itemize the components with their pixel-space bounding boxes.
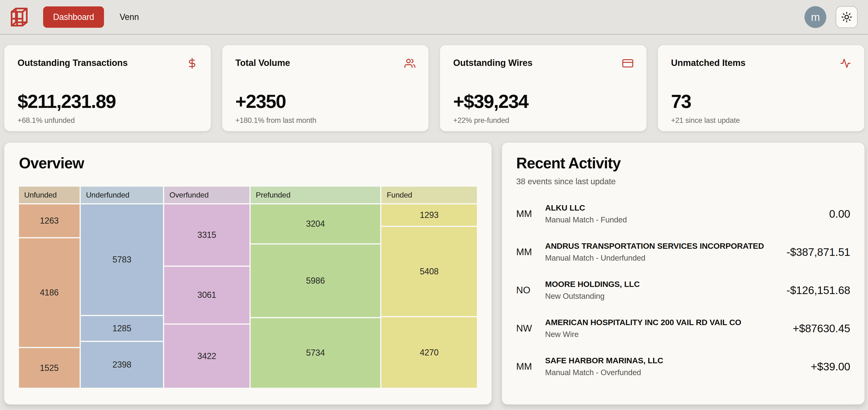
stat-card-value: $211,231.89 <box>18 91 197 112</box>
treemap-column-body: 1263 4186 1525 <box>19 204 80 388</box>
treemap-block: 5734 <box>251 318 380 388</box>
activity-description: Manual Match - Funded <box>545 215 824 224</box>
activity-code: MM <box>516 208 545 219</box>
treemap-block: 1263 <box>19 204 80 237</box>
recent-activity-title: Recent Activity <box>516 154 850 172</box>
treemap-block: 1525 <box>19 348 80 388</box>
recent-activity-panel: Recent Activity 38 events since last upd… <box>501 142 865 405</box>
stat-card-subtext: +22% pre-funded <box>453 116 633 125</box>
activity-amount: +$87630.45 <box>787 322 850 335</box>
activity-name: AMERICAN HOSPITALITY INC 200 VAIL RD VAI… <box>545 318 787 327</box>
top-bar: Dashboard Venn m <box>0 0 868 35</box>
activity-row[interactable]: NO MOORE HOLDINGS, LLC New Outstanding -… <box>516 280 850 301</box>
treemap-column: Overfunded 3315 3061 3422 <box>164 186 249 388</box>
overview-title: Overview <box>19 154 477 172</box>
recent-activity-subtitle: 38 events since last update <box>516 177 850 186</box>
treemap-block: 5408 <box>381 227 477 316</box>
sun-icon <box>841 11 852 23</box>
activity-name: ALKU LLC <box>545 203 824 212</box>
recent-activity-list: MM ALKU LLC Manual Match - Funded 0.00 M… <box>516 203 850 377</box>
activity-description: New Outstanding <box>545 292 781 301</box>
stat-card: Unmatched Items 73 +21 since last update <box>657 45 865 131</box>
stat-card-value: +2350 <box>236 91 415 112</box>
activity-amount: 0.00 <box>824 207 850 220</box>
activity-code: MM <box>516 246 545 257</box>
theme-toggle-button[interactable] <box>836 6 858 28</box>
activity-amount: -$387,871.51 <box>781 246 850 259</box>
treemap-column-body: 3315 3061 3422 <box>164 204 249 388</box>
overview-panel: Overview Unfunded 1263 4186 1525 Underfu… <box>4 142 492 405</box>
activity-name: ANDRUS TRANSPORTATION SERVICES INCORPORA… <box>545 241 781 251</box>
treemap-block: 4270 <box>381 317 477 388</box>
stat-card-title: Outstanding Wires <box>453 58 532 68</box>
treemap-column-header: Funded <box>381 186 477 203</box>
stat-card-value: 73 <box>671 91 851 112</box>
stat-card-title: Total Volume <box>236 58 290 68</box>
user-avatar[interactable]: m <box>805 6 826 28</box>
treemap-column: Unfunded 1263 4186 1525 <box>19 186 80 388</box>
activity-row[interactable]: NW AMERICAN HOSPITALITY INC 200 VAIL RD … <box>516 318 850 339</box>
stat-card-title: Outstanding Transactions <box>18 58 128 68</box>
treemap-block: 5986 <box>251 244 380 317</box>
activity-row[interactable]: MM SAFE HARBOR MARINAS, LLC Manual Match… <box>516 356 850 377</box>
treemap-column: Underfunded 5783 1285 2398 <box>81 186 163 388</box>
activity-amount: +$39.00 <box>805 360 850 373</box>
stat-card: Outstanding Transactions $211,231.89 +68… <box>4 45 211 131</box>
stat-card-subtext: +21 since last update <box>671 116 851 125</box>
activity-code: NO <box>516 285 545 295</box>
treemap-block: 2398 <box>81 342 163 388</box>
stat-card-title: Unmatched Items <box>671 58 746 68</box>
stat-card: Total Volume +2350 +180.1% from last mon… <box>222 45 429 131</box>
stat-cards-row: Outstanding Transactions $211,231.89 +68… <box>0 35 868 131</box>
treemap-column: Prefunded 3204 5986 5734 <box>251 186 380 388</box>
treemap-column: Funded 1293 5408 4270 <box>381 186 477 388</box>
activity-description: Manual Match - Overfunded <box>545 368 805 377</box>
treemap-column-body: 3204 5986 5734 <box>251 204 380 388</box>
activity-code: NW <box>516 323 545 334</box>
treemap-block: 4186 <box>19 238 80 347</box>
treemap-block: 1293 <box>381 204 477 226</box>
treemap-column-body: 1293 5408 4270 <box>381 204 477 388</box>
activity-amount: -$126,151.68 <box>781 284 850 297</box>
activity-row[interactable]: MM ANDRUS TRANSPORTATION SERVICES INCORP… <box>516 241 850 263</box>
activity-icon <box>840 58 851 69</box>
activity-description: New Wire <box>545 330 787 339</box>
treemap-block: 3204 <box>251 204 380 243</box>
stat-card-value: +$39,234 <box>453 91 633 112</box>
treemap-block: 1285 <box>81 316 163 341</box>
treemap-column-header: Overfunded <box>164 186 249 203</box>
funding-treemap-chart: Unfunded 1263 4186 1525 Underfunded 5783… <box>19 186 477 388</box>
treemap-column-header: Unfunded <box>19 186 80 203</box>
nav-venn-link[interactable]: Venn <box>120 12 139 22</box>
treemap-block: 3315 <box>164 204 249 266</box>
activity-name: MOORE HOLDINGS, LLC <box>545 280 781 289</box>
credit-card-icon <box>622 58 633 69</box>
treemap-column-body: 5783 1285 2398 <box>81 204 163 388</box>
treemap-column-header: Underfunded <box>81 186 163 203</box>
treemap-block: 3422 <box>164 325 249 388</box>
activity-name: SAFE HARBOR MARINAS, LLC <box>545 356 805 365</box>
treemap-block: 3061 <box>164 267 249 323</box>
activity-row[interactable]: MM ALKU LLC Manual Match - Funded 0.00 <box>516 203 850 224</box>
activity-description: Manual Match - Underfunded <box>545 254 781 263</box>
dollar-sign-icon <box>187 58 197 69</box>
users-icon <box>404 58 415 69</box>
treemap-column-header: Prefunded <box>251 186 380 203</box>
main-panels: Overview Unfunded 1263 4186 1525 Underfu… <box>0 131 868 405</box>
activity-code: MM <box>516 361 545 372</box>
stat-card-subtext: +180.1% from last month <box>236 116 415 125</box>
treemap-block: 5783 <box>81 204 163 315</box>
cube-wireframe-icon <box>10 6 28 28</box>
stat-card: Outstanding Wires +$39,234 +22% pre-fund… <box>439 45 647 131</box>
stat-card-subtext: +68.1% unfunded <box>18 116 197 125</box>
nav-dashboard-button[interactable]: Dashboard <box>43 6 104 28</box>
